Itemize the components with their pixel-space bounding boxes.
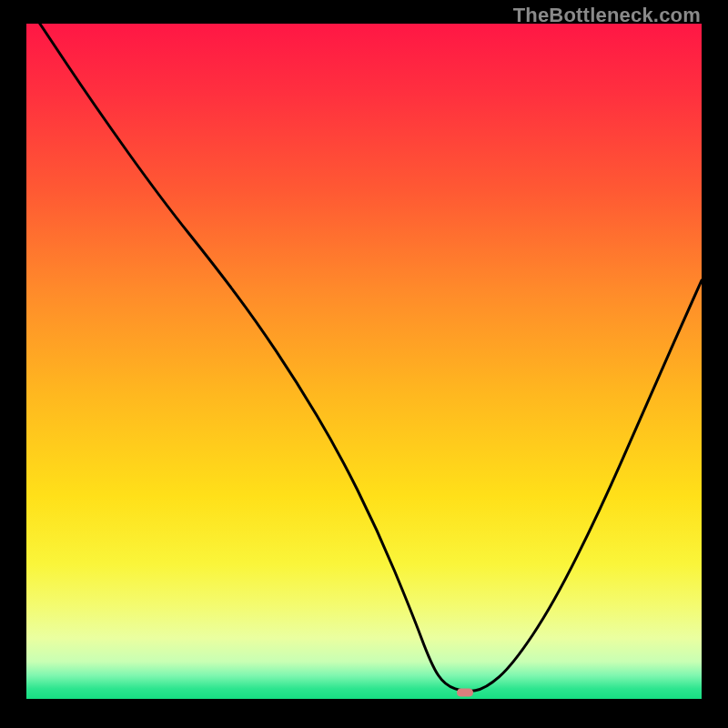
optimal-marker (457, 688, 473, 696)
plot-area (26, 24, 702, 699)
bottleneck-curve (26, 24, 702, 699)
watermark-text: TheBottleneck.com (513, 4, 701, 27)
